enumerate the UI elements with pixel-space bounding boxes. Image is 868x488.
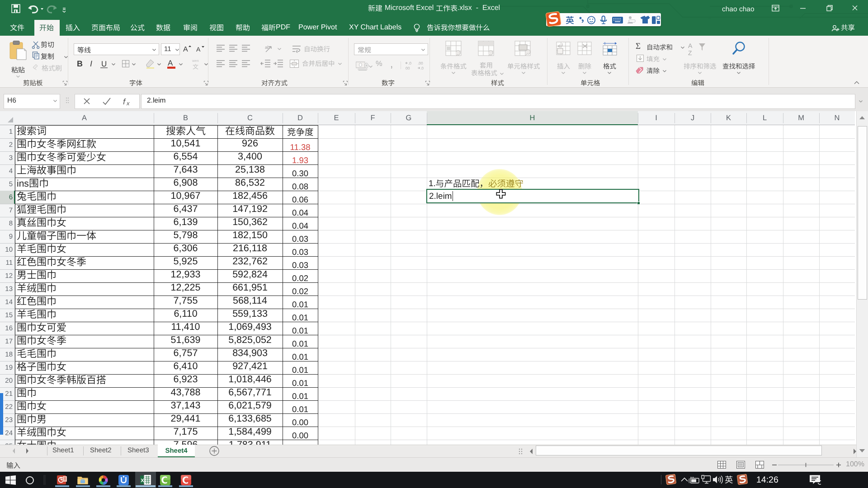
svg-text:wen: wen [192, 59, 199, 63]
svg-text:A: A [183, 46, 188, 53]
svg-text:B: B [77, 59, 83, 68]
svg-text:ab: ab [265, 45, 270, 50]
svg-text:I: I [90, 59, 92, 68]
svg-text:00: 00 [406, 66, 410, 70]
svg-text:A: A [196, 46, 201, 53]
svg-text:A: A [168, 59, 173, 67]
svg-text:A: A [688, 42, 693, 49]
svg-text:.00: .00 [418, 61, 423, 66]
svg-text:U: U [101, 60, 107, 68]
svg-text:X: X [141, 478, 144, 483]
svg-text:.0: .0 [420, 66, 424, 70]
svg-text:.0: .0 [408, 61, 411, 66]
svg-text:Z: Z [688, 49, 692, 56]
svg-text:f: f [123, 97, 126, 106]
svg-text:x: x [126, 100, 130, 106]
